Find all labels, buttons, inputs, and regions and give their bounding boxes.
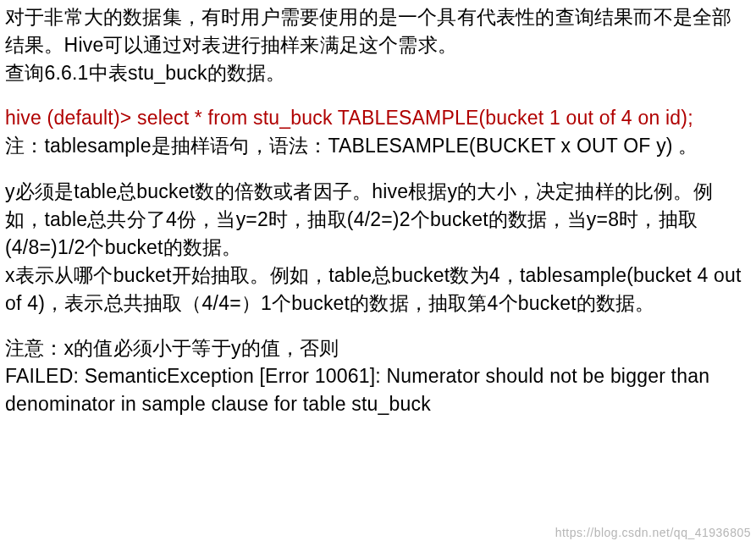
paragraph-intro: 对于非常大的数据集，有时用户需要使用的是一个具有代表性的查询结果而不是全部结果。…: [5, 3, 751, 59]
paragraph-x-explain: x表示从哪个bucket开始抽取。例如，table总bucket数为4，tabl…: [5, 262, 751, 317]
cmd-tail: TABLESAMPLE(bucket 1 out of 4 on id);: [333, 107, 693, 129]
spacer: [5, 317, 751, 334]
paragraph-y-explain: y必须是table总bucket数的倍数或者因子。hive根据y的大小，决定抽样…: [5, 178, 751, 262]
text-fragment: 是抽样语句，语法：TABLESAMPLE(BUCKET x OUT OF y) …: [152, 135, 698, 157]
text-block: y必须是table总bucket数的倍数或者因子。hive根据y的大小，决定抽样…: [5, 180, 713, 258]
document-body: 对于非常大的数据集，有时用户需要使用的是一个具有代表性的查询结果而不是全部结果。…: [0, 0, 756, 423]
table-name: stu_buck: [128, 62, 207, 84]
text-fragment: 注：: [5, 135, 44, 157]
hive-command: hive (default)> select * from stu_buck T…: [5, 104, 751, 132]
spacer: [5, 161, 751, 178]
error-exception: SemanticException: [85, 365, 254, 387]
keyword-tablesample: tablesample: [520, 264, 626, 286]
paragraph-warning: 注意：x的值必须小于等于y的值，否则: [5, 334, 751, 362]
cmd-table-name: stu_buck: [253, 107, 333, 129]
text-fragment: 查询6.6.1中表: [5, 62, 128, 84]
error-table: stu_buck: [351, 393, 431, 415]
spacer: [5, 87, 751, 104]
error-message: FAILED: SemanticException [Error 10061]:…: [5, 362, 751, 418]
error-prefix: FAILED:: [5, 365, 85, 387]
text-fragment: x表示从哪个bucket开始抽取。例如，table总bucket数为4，: [5, 264, 520, 286]
text-line: 注意：x的值必须小于等于y的值，否则: [5, 337, 339, 359]
text-fragment: 的数据。: [207, 62, 286, 84]
paragraph-query-ref: 查询6.6.1中表stu_buck的数据。: [5, 59, 751, 87]
paragraph-syntax-note: 注：tablesample是抽样语句，语法：TABLESAMPLE(BUCKET…: [5, 132, 751, 160]
keyword-tablesample: tablesample: [44, 135, 151, 157]
text-line: Hive可以通过对表进行抽样来满足这个需求。: [64, 34, 457, 56]
cmd-prompt: hive (default)> select * from: [5, 107, 253, 129]
